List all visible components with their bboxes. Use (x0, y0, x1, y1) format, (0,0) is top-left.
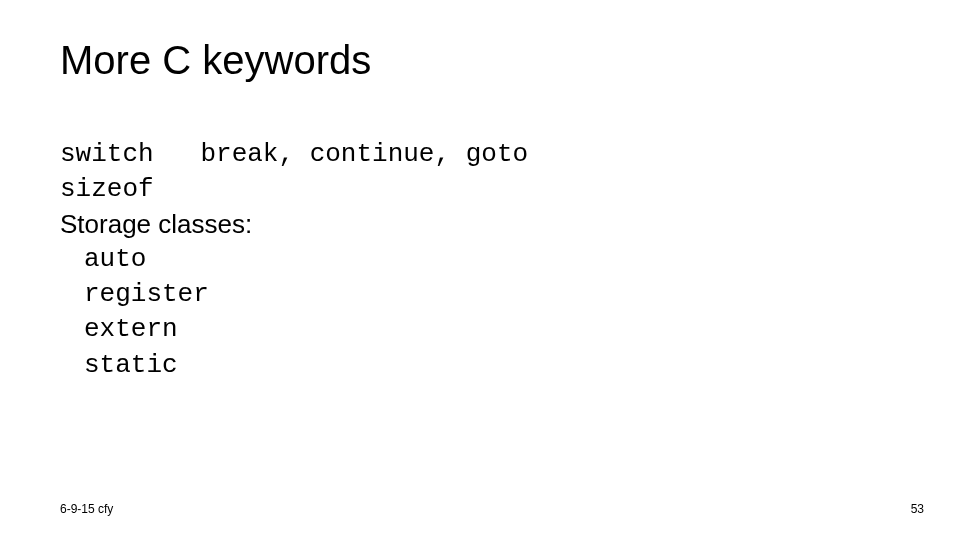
body-line-1: switch break, continue, goto (60, 135, 528, 172)
keyword-register: register (60, 277, 528, 312)
keyword-static: static (60, 348, 528, 383)
slide-number: 53 (911, 502, 924, 516)
slide-title: More C keywords (60, 38, 371, 83)
spacer (154, 139, 201, 169)
footer-date-author: 6-9-15 cfy (60, 502, 113, 516)
storage-classes-label: Storage classes: (60, 207, 528, 242)
slide-body: switch break, continue, goto sizeof Stor… (60, 135, 528, 383)
keywords-break-continue-goto: break, continue, goto (200, 139, 528, 169)
slide: More C keywords switch break, continue, … (0, 0, 960, 540)
keyword-auto: auto (60, 242, 528, 277)
keyword-sizeof: sizeof (60, 172, 528, 207)
keyword-switch: switch (60, 139, 154, 169)
keyword-extern: extern (60, 312, 528, 347)
